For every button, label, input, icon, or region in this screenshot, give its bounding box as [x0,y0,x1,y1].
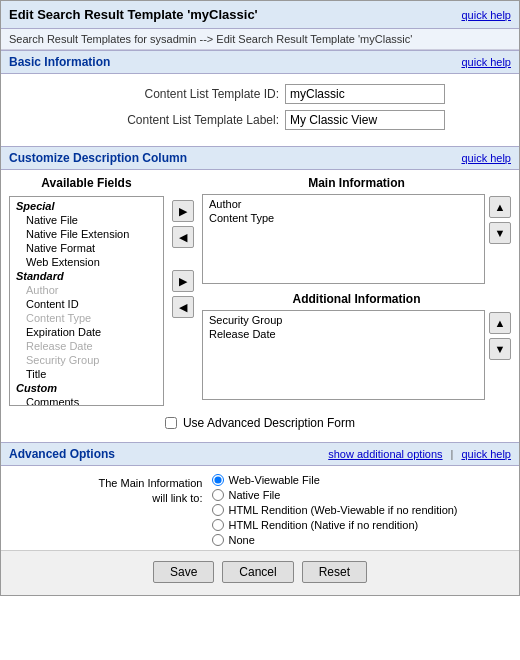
additional-info-up-btn[interactable]: ▲ [489,312,511,334]
list-item: Author [207,197,480,211]
advanced-form-checkbox-label: Use Advanced Description Form [183,416,355,430]
footer-buttons: Save Cancel Reset [1,550,519,595]
radio-html-web-label: HTML Rendition (Web-Viewable if no rendi… [228,504,457,516]
basic-info-form: Content List Template ID: Content List T… [1,74,519,146]
radio-table: The Main Informationwill link to: Web-Vi… [9,474,511,546]
radio-web-viewable-label: Web-Viewable File [228,474,319,486]
list-item: Content Type [207,211,480,225]
list-item: Content Type [14,311,159,325]
customize-section-header: Customize Description Column quick help [1,146,519,170]
advanced-quick-help[interactable]: quick help [461,448,511,460]
list-item: Author [14,283,159,297]
customize-section: Available Fields Special Native File Nat… [1,170,519,442]
list-item: Native File Extension [14,227,159,241]
additional-info-section: Additional Information Security Group Re… [202,292,511,408]
list-item: Content ID [14,297,159,311]
list-item: Special [14,199,159,213]
radio-section: The Main Informationwill link to: Web-Vi… [1,466,519,550]
radio-none-label: None [228,534,254,546]
template-label-input[interactable] [285,110,445,130]
list-item: Custom [14,381,159,395]
radio-none-input[interactable] [212,534,224,546]
main-info-wrapper: Author Content Type ▲ ▼ [202,194,511,284]
template-id-input[interactable] [285,84,445,104]
list-item: Comments [14,395,159,406]
radio-options: Web-Viewable File Native File HTML Rendi… [212,474,457,546]
radio-web-viewable[interactable]: Web-Viewable File [212,474,457,486]
add-to-additional-btn[interactable]: ▶ [172,270,194,292]
header-quick-help[interactable]: quick help [461,9,511,21]
customize-quick-help[interactable]: quick help [461,152,511,164]
advanced-form-checkbox-row: Use Advanced Description Form [9,416,511,430]
main-arrow-col: ▶ ◀ ▶ ◀ [172,176,194,318]
main-info-section: Main Information Author Content Type ▲ ▼ [202,176,511,292]
list-item: Native Format [14,241,159,255]
radio-html-web[interactable]: HTML Rendition (Web-Viewable if no rendi… [212,504,457,516]
available-fields-col: Available Fields Special Native File Nat… [9,176,164,406]
main-info-title: Main Information [202,176,511,190]
page-header: Edit Search Result Template 'myClassic' … [1,1,519,29]
list-item: Expiration Date [14,325,159,339]
link-divider: | [451,448,454,460]
list-item: Release Date [207,327,480,341]
reset-button[interactable]: Reset [302,561,367,583]
right-col: Main Information Author Content Type ▲ ▼ [202,176,511,408]
advanced-section-header: Advanced Options show additional options… [1,442,519,466]
main-info-down-btn[interactable]: ▼ [489,222,511,244]
list-item: Release Date [14,339,159,353]
radio-none[interactable]: None [212,534,457,546]
save-button[interactable]: Save [153,561,214,583]
list-item: Security Group [207,313,480,327]
advanced-options-title: Advanced Options [9,447,115,461]
template-label-row: Content List Template Label: [9,110,511,130]
basic-info-quick-help[interactable]: quick help [461,56,511,68]
list-item: Security Group [14,353,159,367]
list-item: Title [14,367,159,381]
basic-info-title: Basic Information [9,55,110,69]
radio-html-native[interactable]: HTML Rendition (Native if no rendition) [212,519,457,531]
breadcrumb: Search Result Templates for sysadmin -->… [1,29,519,50]
radio-native-file-label: Native File [228,489,280,501]
cancel-button[interactable]: Cancel [222,561,293,583]
additional-info-wrapper: Security Group Release Date ▲ ▼ [202,310,511,400]
list-item: Web Extension [14,255,159,269]
radio-html-native-input[interactable] [212,519,224,531]
columns-wrapper: Available Fields Special Native File Nat… [9,176,511,408]
link-to-label: The Main Informationwill link to: [62,474,202,507]
template-id-row: Content List Template ID: [9,84,511,104]
available-fields-listbox[interactable]: Special Native File Native File Extensio… [9,196,164,406]
radio-html-web-input[interactable] [212,504,224,516]
main-info-listbox[interactable]: Author Content Type [202,194,485,284]
advanced-links: show additional options | quick help [328,448,511,460]
additional-info-up-down: ▲ ▼ [489,310,511,360]
show-additional-link[interactable]: show additional options [328,448,442,460]
main-info-up-btn[interactable]: ▲ [489,196,511,218]
template-id-label: Content List Template ID: [75,87,285,101]
radio-web-viewable-input[interactable] [212,474,224,486]
customize-title: Customize Description Column [9,151,187,165]
basic-info-section-header: Basic Information quick help [1,50,519,74]
main-info-up-down: ▲ ▼ [489,194,511,244]
add-to-main-btn[interactable]: ▶ [172,200,194,222]
template-label-label: Content List Template Label: [75,113,285,127]
radio-html-native-label: HTML Rendition (Native if no rendition) [228,519,418,531]
list-item: Standard [14,269,159,283]
list-item: Native File [14,213,159,227]
additional-info-down-btn[interactable]: ▼ [489,338,511,360]
radio-native-file-input[interactable] [212,489,224,501]
available-fields-title: Available Fields [41,176,131,190]
additional-info-listbox[interactable]: Security Group Release Date [202,310,485,400]
remove-from-additional-btn[interactable]: ◀ [172,296,194,318]
advanced-form-checkbox[interactable] [165,417,177,429]
additional-info-title: Additional Information [202,292,511,306]
radio-native-file[interactable]: Native File [212,489,457,501]
page-title: Edit Search Result Template 'myClassic' [9,7,258,22]
remove-from-main-btn[interactable]: ◀ [172,226,194,248]
